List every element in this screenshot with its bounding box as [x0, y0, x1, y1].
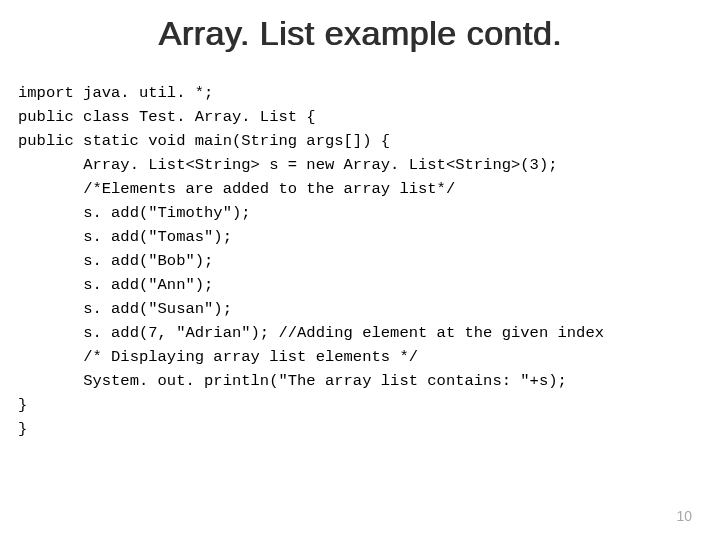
code-line: s. add("Timothy");	[83, 204, 250, 222]
code-line: s. add("Susan");	[83, 300, 232, 318]
slide-number: 10	[676, 508, 692, 524]
code-line: System. out. println("The array list con…	[83, 372, 567, 390]
code-line: }	[18, 420, 27, 438]
code-line: /* Displaying array list elements */	[83, 348, 418, 366]
code-line: import java. util. *;	[18, 84, 213, 102]
code-line: public class Test. Array. List {	[18, 108, 316, 126]
code-line: }	[18, 396, 27, 414]
code-line: Array. List<String> s = new Array. List<…	[83, 156, 557, 174]
code-line: s. add("Ann");	[83, 276, 213, 294]
code-line: s. add(7, "Adrian"); //Adding element at…	[83, 324, 604, 342]
code-line: s. add("Tomas");	[83, 228, 232, 246]
code-block: import java. util. *; public class Test.…	[0, 81, 720, 441]
slide: Array. List example contd. import java. …	[0, 0, 720, 540]
code-line: public static void main(String args[]) {	[18, 132, 390, 150]
code-line: s. add("Bob");	[83, 252, 213, 270]
code-line: /*Elements are added to the array list*/	[83, 180, 455, 198]
slide-title: Array. List example contd.	[0, 0, 720, 81]
